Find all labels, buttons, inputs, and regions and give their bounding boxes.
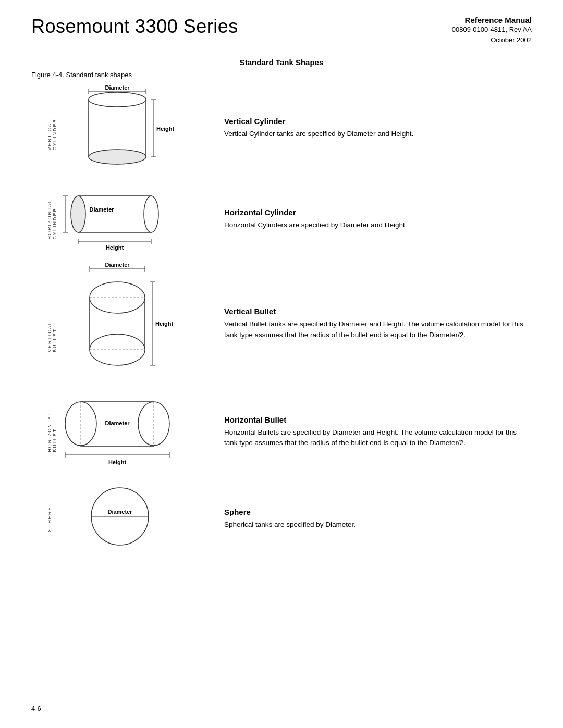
- tank-name-vertical-cylinder: Vertical Cylinder: [224, 117, 532, 126]
- desc-vertical-bullet: Vertical Bullet Vertical Bullet tanks ar…: [209, 307, 532, 340]
- svg-point-13: [144, 196, 158, 232]
- side-label-vertical-cylinder: VERTICAL CYLINDER: [47, 106, 57, 151]
- svg-text:Diameter: Diameter: [89, 206, 114, 213]
- svg-text:Diameter: Diameter: [105, 84, 130, 91]
- tank-desc-horizontal-bullet: Horizontal Bullets are specified by Diam…: [224, 427, 532, 449]
- diagram-horizontal-bullet: HORIZONTAL BULLET Diameter: [31, 391, 209, 472]
- svg-text:Height: Height: [155, 320, 174, 327]
- svg-rect-11: [78, 196, 151, 232]
- svg-text:Height: Height: [108, 459, 127, 465]
- tank-row-horizontal-bullet: HORIZONTAL BULLET Diameter: [31, 391, 532, 472]
- tank-row-vertical-bullet: VERTICAL BULLET Diameter: [31, 266, 532, 381]
- page-title: Rosemount 3300 Series: [31, 16, 238, 38]
- footer-page-number: 4-6: [31, 705, 41, 712]
- svg-vertical-cylinder: Diameter Height: [68, 84, 172, 172]
- svg-vertical-bullet: Diameter Height: [68, 266, 172, 381]
- side-label-horizontal-cylinder: HORIZONTAL CYLINDER: [47, 199, 57, 239]
- tank-name-vertical-bullet: Vertical Bullet: [224, 307, 532, 316]
- tank-desc-vertical-bullet: Vertical Bullet tanks are specified by D…: [224, 319, 532, 340]
- tank-name-horizontal-bullet: Horizontal Bullet: [224, 415, 532, 424]
- diagram-vertical-cylinder: VERTICAL CYLINDER Diameter: [31, 84, 209, 172]
- tank-row-vertical-cylinder: VERTICAL CYLINDER Diameter: [31, 84, 532, 172]
- svg-text:Diameter: Diameter: [105, 262, 130, 268]
- doc-date: October 2002: [452, 35, 532, 45]
- header-right: Reference Manual 00809-0100-4811, Rev AA…: [452, 16, 532, 45]
- desc-horizontal-bullet: Horizontal Bullet Horizontal Bullets are…: [209, 415, 532, 449]
- doc-number: 00809-0100-4811, Rev AA: [452, 24, 532, 35]
- svg-text:Height: Height: [106, 244, 124, 251]
- tank-desc-vertical-cylinder: Vertical Cylinder tanks are specified by…: [224, 129, 532, 139]
- tank-row-sphere: SPHERE Diameter Sphere Spherical tanks a…: [31, 483, 532, 556]
- svg-horizontal-bullet: Diameter Height: [52, 391, 188, 472]
- content-area: VERTICAL CYLINDER Diameter: [31, 84, 532, 566]
- svg-point-2: [89, 150, 146, 164]
- diagram-horizontal-cylinder: HORIZONTAL CYLINDER Diameter: [31, 183, 209, 256]
- desc-horizontal-cylinder: Horizontal Cylinder Horizontal Cylinders…: [209, 208, 532, 230]
- figure-caption: Figure 4-4. Standard tank shapes: [31, 71, 532, 79]
- tank-row-horizontal-cylinder: HORIZONTAL CYLINDER Diameter: [31, 183, 532, 256]
- tank-desc-sphere: Spherical tanks are specified by Diamete…: [224, 520, 532, 530]
- tank-desc-horizontal-cylinder: Horizontal Cylinders are specified by Di…: [224, 220, 532, 230]
- tank-name-horizontal-cylinder: Horizontal Cylinder: [224, 208, 532, 217]
- page: Rosemount 3300 Series Reference Manual 0…: [0, 0, 563, 728]
- svg-text:Height: Height: [156, 126, 175, 132]
- svg-sphere: Diameter: [76, 483, 164, 556]
- side-label-sphere: SPHERE: [47, 506, 52, 532]
- svg-point-12: [71, 196, 85, 232]
- header: Rosemount 3300 Series Reference Manual 0…: [31, 16, 532, 48]
- diagram-sphere: SPHERE Diameter: [31, 483, 209, 556]
- side-label-horizontal-bullet: HORIZONTAL BULLET: [47, 412, 57, 452]
- desc-sphere: Sphere Spherical tanks are specified by …: [209, 508, 532, 530]
- side-label-vertical-bullet: VERTICAL BULLET: [47, 295, 57, 352]
- svg-text:Diameter: Diameter: [105, 420, 130, 426]
- section-title: Standard Tank Shapes: [31, 58, 532, 67]
- ref-manual-label: Reference Manual: [452, 16, 532, 24]
- desc-vertical-cylinder: Vertical Cylinder Vertical Cylinder tank…: [209, 117, 532, 139]
- svg-horizontal-cylinder: Diameter Height: [57, 183, 182, 256]
- svg-rect-0: [89, 100, 146, 157]
- tank-name-sphere: Sphere: [224, 508, 532, 516]
- svg-text:Diameter: Diameter: [107, 509, 132, 515]
- svg-point-1: [89, 92, 146, 107]
- diagram-vertical-bullet: VERTICAL BULLET Diameter: [31, 266, 209, 381]
